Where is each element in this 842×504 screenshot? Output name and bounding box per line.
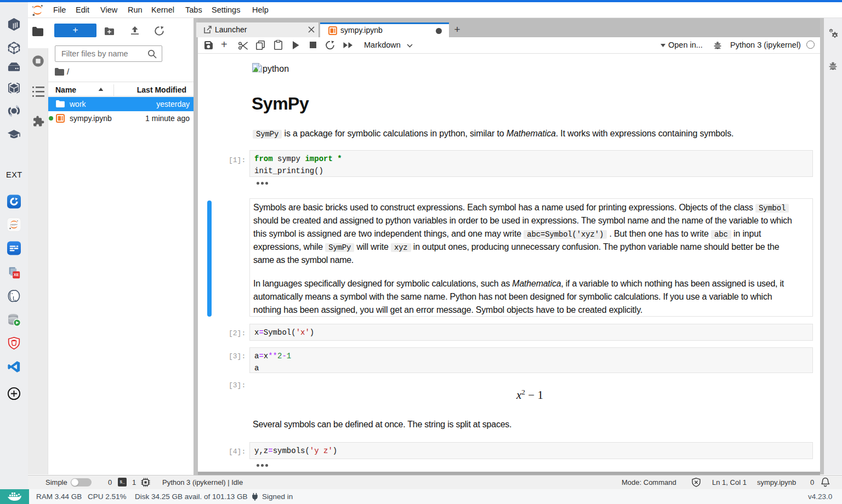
svg-text:jupyter: jupyter: [10, 223, 18, 226]
svg-text:XE: XE: [14, 273, 19, 277]
